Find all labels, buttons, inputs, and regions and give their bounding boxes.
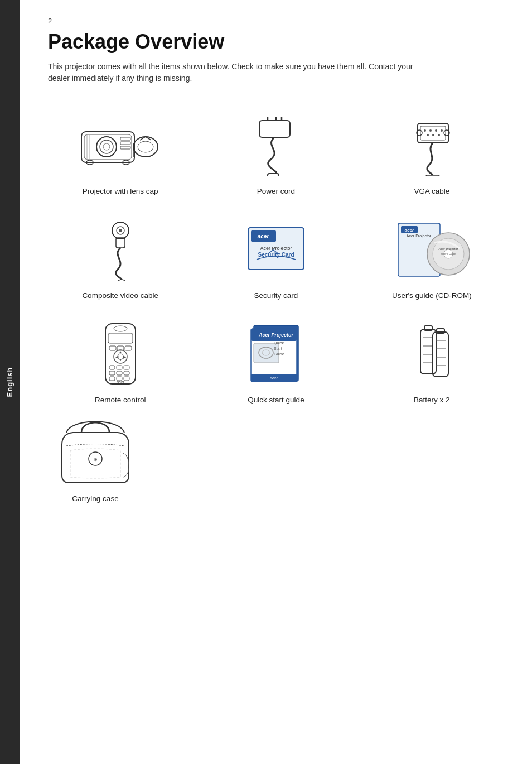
item-quick-start-guide: Acer Projector Quick Start Guide acer Qu… bbox=[204, 315, 348, 414]
item-battery: Battery x 2 bbox=[360, 315, 504, 414]
svg-rect-57 bbox=[108, 333, 133, 343]
item-projector: Projector with lens cap bbox=[48, 107, 192, 205]
svg-point-30 bbox=[438, 134, 440, 136]
svg-text:acer: acer bbox=[405, 228, 414, 233]
svg-rect-75 bbox=[124, 377, 129, 381]
svg-rect-1 bbox=[84, 134, 132, 160]
item-users-guide: acer Acer Projector Acer Projector User'… bbox=[360, 211, 504, 310]
item-carrying-case: ⊙ Carrying case bbox=[48, 414, 143, 513]
svg-point-38 bbox=[116, 280, 127, 281]
svg-rect-69 bbox=[124, 366, 129, 369]
item-remote-control: ▲ ▼ ◀ ▶ acer bbox=[48, 315, 192, 414]
svg-rect-70 bbox=[109, 371, 115, 375]
svg-text:⊙: ⊙ bbox=[94, 457, 98, 462]
page-description: This projector comes with all the items … bbox=[48, 61, 427, 84]
item-vga-cable: VGA cable bbox=[360, 107, 504, 205]
svg-rect-23 bbox=[420, 126, 446, 140]
sidebar-label: English bbox=[6, 367, 14, 397]
vga-cable-image bbox=[387, 112, 476, 179]
last-row: ⊙ Carrying case bbox=[48, 414, 504, 513]
svg-text:Acer Projector: Acer Projector bbox=[260, 246, 292, 251]
svg-point-26 bbox=[435, 129, 437, 132]
svg-point-56 bbox=[114, 326, 127, 331]
svg-point-13 bbox=[138, 141, 153, 152]
carrying-case-label: Carrying case bbox=[72, 494, 118, 503]
battery-image bbox=[387, 321, 476, 388]
quick-start-guide-image: Acer Projector Quick Start Guide acer bbox=[231, 321, 321, 388]
svg-point-4 bbox=[103, 143, 110, 150]
svg-text:Acer Projector: Acer Projector bbox=[258, 332, 294, 338]
remote-control-label: Remote control bbox=[95, 396, 146, 404]
power-cord-label: Power cord bbox=[257, 187, 295, 195]
composite-cable-image bbox=[76, 217, 165, 284]
svg-text:User's Guide: User's Guide bbox=[441, 253, 456, 256]
main-content: 2 Package Overview This projector comes … bbox=[20, 0, 532, 541]
svg-rect-71 bbox=[117, 371, 122, 375]
vga-cable-label: VGA cable bbox=[414, 187, 449, 195]
composite-cable-label: Composite video cable bbox=[82, 291, 158, 300]
svg-point-29 bbox=[432, 134, 434, 136]
quick-start-guide-label: Quick start guide bbox=[248, 396, 304, 404]
svg-text:acer: acer bbox=[117, 380, 124, 384]
svg-text:acer: acer bbox=[270, 376, 278, 380]
item-composite-cable: Composite video cable bbox=[48, 211, 192, 310]
projector-image bbox=[76, 112, 165, 179]
svg-rect-7 bbox=[120, 137, 130, 140]
svg-point-28 bbox=[427, 134, 429, 136]
sidebar: English bbox=[0, 0, 20, 764]
svg-rect-68 bbox=[117, 366, 122, 369]
carrying-case-image: ⊙ bbox=[51, 420, 140, 487]
svg-text:acer: acer bbox=[258, 233, 270, 239]
svg-point-27 bbox=[441, 129, 443, 132]
items-grid: Projector with lens cap Power cord bbox=[48, 107, 504, 414]
svg-text:Start: Start bbox=[274, 347, 282, 350]
svg-point-25 bbox=[429, 129, 432, 132]
svg-rect-58 bbox=[109, 346, 116, 350]
svg-rect-89 bbox=[420, 329, 436, 374]
battery-label: Battery x 2 bbox=[414, 396, 450, 404]
svg-rect-60 bbox=[125, 346, 132, 350]
svg-text:Acer Projector: Acer Projector bbox=[439, 247, 458, 251]
svg-point-3 bbox=[100, 140, 113, 153]
svg-text:▲: ▲ bbox=[118, 350, 122, 354]
svg-text:Guide: Guide bbox=[274, 352, 284, 356]
svg-rect-8 bbox=[120, 142, 130, 145]
item-security-card: acer Acer Projector Security Card Securi… bbox=[204, 211, 348, 310]
item-power-cord: Power cord bbox=[204, 107, 348, 205]
svg-point-24 bbox=[424, 129, 426, 132]
svg-rect-95 bbox=[433, 332, 448, 377]
svg-rect-9 bbox=[120, 146, 130, 149]
svg-rect-67 bbox=[109, 366, 115, 369]
svg-text:▶: ▶ bbox=[123, 355, 126, 359]
svg-rect-17 bbox=[259, 121, 290, 137]
svg-point-36 bbox=[119, 229, 122, 232]
svg-rect-21 bbox=[268, 174, 279, 176]
page-title: Package Overview bbox=[48, 31, 504, 53]
svg-text:▼: ▼ bbox=[118, 358, 122, 362]
users-guide-label: User's guide (CD-ROM) bbox=[392, 291, 472, 300]
svg-text:Quick: Quick bbox=[274, 341, 284, 345]
power-cord-image bbox=[231, 112, 321, 179]
svg-rect-33 bbox=[426, 175, 439, 176]
svg-text:Security Card: Security Card bbox=[258, 252, 294, 258]
security-card-label: Security card bbox=[254, 291, 298, 300]
page-number: 2 bbox=[48, 17, 504, 25]
svg-rect-73 bbox=[109, 377, 115, 381]
projector-label: Projector with lens cap bbox=[83, 187, 158, 195]
remote-control-image: ▲ ▼ ◀ ▶ acer bbox=[76, 321, 165, 388]
users-guide-image: acer Acer Projector Acer Projector User'… bbox=[387, 217, 476, 284]
svg-point-12 bbox=[133, 137, 158, 157]
security-card-image: acer Acer Projector Security Card bbox=[231, 217, 321, 284]
svg-text:Acer Projector: Acer Projector bbox=[407, 234, 432, 238]
svg-rect-72 bbox=[124, 371, 129, 375]
